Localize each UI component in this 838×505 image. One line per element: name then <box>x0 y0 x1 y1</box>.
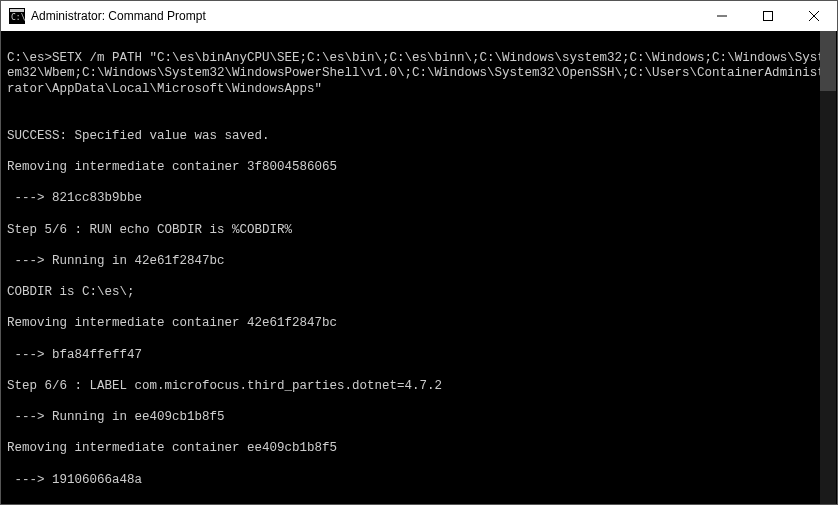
output-line: Removing intermediate container 42e61f28… <box>7 316 831 332</box>
output-line: SUCCESS: Specified value was saved. <box>7 129 831 145</box>
terminal-output[interactable]: C:\es>SETX /m PATH "C:\es\binAnyCPU\SEE;… <box>1 31 837 504</box>
svg-rect-4 <box>764 12 773 21</box>
close-button[interactable] <box>791 1 837 31</box>
output-line: COBDIR is C:\es\; <box>7 285 831 301</box>
output-line: Step 5/6 : RUN echo COBDIR is %COBDIR% <box>7 223 831 239</box>
titlebar: C:\ Administrator: Command Prompt <box>1 1 837 31</box>
output-line: ---> bfa84ffeff47 <box>7 348 831 364</box>
window-controls <box>699 1 837 31</box>
command-text: SETX /m PATH "C:\es\binAnyCPU\SEE;C:\es\… <box>7 51 825 96</box>
scrollbar[interactable] <box>820 31 836 504</box>
svg-text:C:\: C:\ <box>11 13 25 22</box>
svg-rect-1 <box>10 9 24 12</box>
output-line: ---> 821cc83b9bbe <box>7 191 831 207</box>
output-line: ---> Running in ee409cb1b8f5 <box>7 410 831 426</box>
maximize-button[interactable] <box>745 1 791 31</box>
output-line: Removing intermediate container 3f800458… <box>7 160 831 176</box>
cmd-icon: C:\ <box>9 8 25 24</box>
prompt: C:\es> <box>7 51 52 65</box>
window-title: Administrator: Command Prompt <box>31 9 699 23</box>
minimize-button[interactable] <box>699 1 745 31</box>
output-line: ---> Running in 42e61f2847bc <box>7 254 831 270</box>
output-line: Removing intermediate container ee409cb1… <box>7 441 831 457</box>
scrollbar-thumb[interactable] <box>820 31 836 91</box>
output-line: ---> 19106066a48a <box>7 473 831 489</box>
output-line: Step 6/6 : LABEL com.microfocus.third_pa… <box>7 379 831 395</box>
